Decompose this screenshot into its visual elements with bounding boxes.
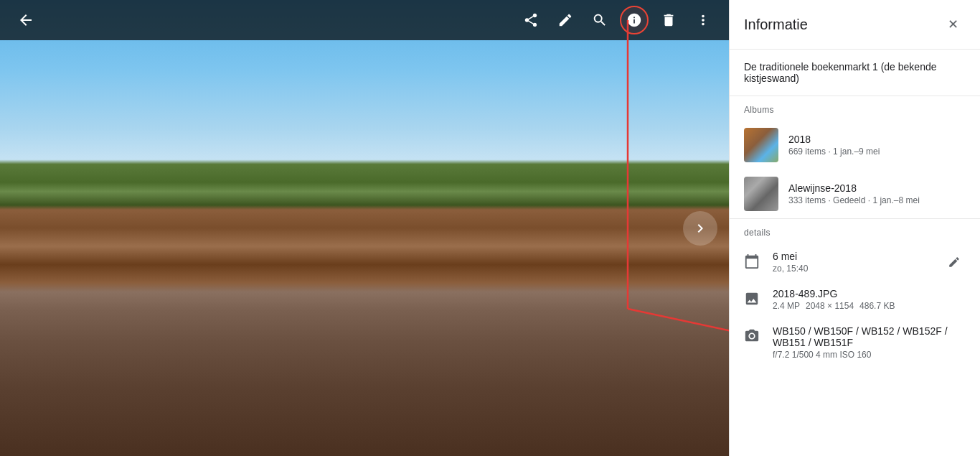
camera-focal: 4 mm — [816, 350, 837, 360]
photo-description: De traditionele boekenmarkt 1 (de bekend… — [730, 50, 980, 96]
calendar-icon — [744, 252, 761, 269]
file-name: 2018-489.JPG — [773, 288, 966, 299]
camera-icon — [744, 327, 761, 344]
panel-header: Informatie ✕ — [730, 0, 980, 50]
file-megapixels: 2.4 MP — [773, 301, 800, 311]
album-date-alewijnse: 1 jan.–8 mei — [872, 195, 919, 205]
back-button[interactable] — [11, 6, 40, 34]
file-meta: 2.4 MP 2048 × 1154 486.7 KB — [773, 301, 966, 311]
file-detail-content: 2018-489.JPG 2.4 MP 2048 × 1154 486.7 KB — [773, 288, 966, 311]
image-icon — [744, 289, 761, 307]
album-item-alewijnse[interactable]: Alewijnse-2018 333 items · Gedeeld · 1 j… — [730, 169, 980, 218]
camera-iso: ISO 160 — [839, 350, 871, 360]
file-dimensions: 2048 × 1154 — [806, 301, 854, 311]
album-name-2018: 2018 — [788, 134, 966, 145]
camera-detail-row: WB150 / WB150F / WB152 / WB152F / WB151 … — [730, 318, 980, 367]
info-panel: Informatie ✕ De traditionele boekenmarkt… — [729, 0, 980, 456]
album-shared-text: Gedeeld — [833, 195, 865, 205]
next-photo-button[interactable] — [683, 211, 717, 246]
album-meta-alewijnse: 333 items · Gedeeld · 1 jan.–8 mei — [788, 195, 966, 205]
camera-shutter: 1/500 — [792, 350, 814, 360]
date-title: 6 mei — [773, 251, 931, 262]
toolbar-left — [11, 6, 40, 34]
album-items-alewijnse: 333 items — [788, 195, 826, 205]
toolbar — [0, 0, 729, 40]
albums-label: Albums — [730, 96, 980, 121]
camera-model: WB150 / WB150F / WB152 / WB152F / WB151 … — [773, 325, 966, 348]
delete-button[interactable] — [654, 6, 683, 34]
file-detail-row: 2018-489.JPG 2.4 MP 2048 × 1154 486.7 KB — [730, 281, 980, 318]
file-size: 486.7 KB — [859, 301, 895, 311]
album-date-2018: 1 jan.–9 mei — [833, 146, 880, 157]
share-button[interactable] — [517, 6, 545, 34]
album-item-2018[interactable]: 2018 669 items · 1 jan.–9 mei — [730, 121, 980, 169]
camera-aperture: f/7.2 — [773, 350, 789, 360]
date-detail-row: 6 mei zo, 15:40 — [730, 243, 980, 281]
toolbar-right — [517, 6, 717, 34]
info-button[interactable] — [620, 6, 649, 34]
more-options-button[interactable] — [689, 6, 717, 34]
close-icon: ✕ — [948, 17, 958, 32]
photo-image — [0, 0, 729, 456]
album-info-2018: 2018 669 items · 1 jan.–9 mei — [788, 134, 966, 157]
photo-area — [0, 0, 729, 456]
close-panel-button[interactable]: ✕ — [940, 11, 966, 37]
panel-title: Informatie — [744, 17, 808, 33]
zoom-button[interactable] — [585, 6, 614, 34]
edit-button[interactable] — [551, 6, 580, 34]
album-name-alewijnse: Alewijnse-2018 — [788, 182, 966, 194]
album-meta-2018: 669 items · 1 jan.–9 mei — [788, 146, 966, 157]
edit-date-button[interactable] — [943, 251, 966, 274]
album-items-2018: 669 items — [788, 146, 826, 157]
album-thumb-2018 — [744, 128, 778, 162]
album-thumb-alewijnse — [744, 177, 778, 211]
date-subtitle: zo, 15:40 — [773, 264, 931, 274]
details-label: details — [730, 218, 980, 243]
camera-settings: f/7.2 1/500 4 mm ISO 160 — [773, 350, 966, 360]
date-detail-content: 6 mei zo, 15:40 — [773, 251, 931, 274]
album-info-alewijnse: Alewijnse-2018 333 items · Gedeeld · 1 j… — [788, 182, 966, 205]
camera-detail-content: WB150 / WB150F / WB152 / WB152F / WB151 … — [773, 325, 966, 360]
